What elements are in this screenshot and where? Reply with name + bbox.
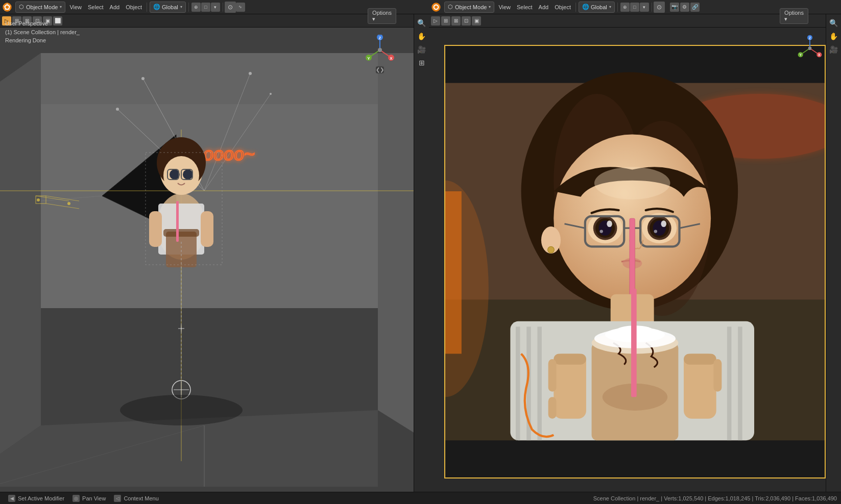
perspective-label: User Perspective (5, 19, 80, 28)
statusbar-right-label: Scene Collection | render_ | Verts:1,025… (593, 495, 837, 501)
svg-text:oooo~: oooo~ (203, 143, 256, 164)
right-viewport[interactable]: ▷ ⊞ ⊠ ⊡ ▣ Z X Y (429, 14, 841, 494)
add-menu-right[interactable]: Add (536, 2, 552, 13)
svg-rect-126 (548, 397, 557, 418)
svg-point-69 (378, 48, 382, 52)
left-options-btn[interactable]: Options ▾ (368, 8, 396, 24)
scene-3d-area[interactable]: oooo~ oooo~ (0, 14, 414, 494)
svg-rect-44 (163, 229, 199, 237)
snap-dropdown-right[interactable]: ▾ (640, 3, 649, 12)
render-strip-icon-2[interactable]: ⊞ (441, 16, 450, 26)
select-menu-left[interactable]: Select (85, 2, 107, 13)
statusbar-right-info: Scene Collection | render_ | Verts:1,025… (593, 495, 837, 501)
render-strip-icon-3[interactable]: ⊠ (451, 16, 461, 26)
svg-point-26 (249, 72, 252, 75)
svg-rect-129 (713, 359, 722, 392)
separator-r3 (652, 3, 652, 12)
statusbar-icon-3: ◁ (114, 495, 121, 502)
right-nav-gizmo[interactable]: Z X Y (797, 35, 823, 71)
svg-rect-121 (727, 326, 731, 440)
object-menu-right[interactable]: Object (551, 2, 574, 13)
navigation-gizmo[interactable]: Z X Y ❮❯ (365, 35, 395, 65)
svg-point-98 (607, 220, 612, 227)
global-label: Global (162, 4, 178, 10)
svg-point-2 (6, 5, 9, 8)
separator-r1 (575, 3, 576, 12)
right-options-btn[interactable]: Options ▾ (780, 8, 808, 24)
snap-icon-r1[interactable]: ⊕ (620, 3, 630, 12)
statusbar-item-3[interactable]: ◁ Context Menu (110, 492, 162, 504)
separator-3 (223, 3, 223, 12)
svg-text:X: X (390, 56, 393, 61)
svg-text:Y: Y (367, 56, 370, 61)
transform-orientation[interactable]: 🌐 Global ▾ (150, 2, 186, 13)
svg-text:Y: Y (799, 54, 802, 57)
svg-rect-41 (149, 211, 162, 247)
move-icon[interactable]: ✋ (416, 30, 428, 42)
separator-r2 (617, 3, 618, 12)
snap-icon-1[interactable]: ⊕ (191, 3, 201, 12)
object-mode-dropdown[interactable]: ⬡ Object Mode ▾ (15, 2, 65, 13)
statusbar-item-2[interactable]: ◎ Pan View (68, 492, 110, 504)
render-svg: oooo~ oooo~ (445, 46, 825, 477)
svg-marker-14 (378, 53, 414, 436)
statusbar-icon-2: ◎ (73, 495, 80, 502)
right-vtoolbar: 🔍 ✋ 🎥 (826, 14, 841, 494)
grid-icon[interactable]: ⊞ (416, 57, 428, 69)
dropdown-arrow-right: ▾ (489, 5, 491, 9)
snap-dropdown[interactable]: ▾ (211, 3, 220, 12)
camera-icon[interactable]: 🎥 (416, 43, 428, 56)
render-strip-icon-5[interactable]: ▣ (472, 16, 481, 26)
orientation-arrow-right: ▾ (609, 5, 611, 9)
render-icon-3[interactable]: 🔗 (690, 3, 700, 12)
left-viewport[interactable]: ▷ ⊞ ⊠ ⊡ ▣ ⬜ (0, 14, 429, 494)
orientation-icon-right: 🌐 (582, 4, 589, 10)
render-strip-icon-1[interactable]: ▷ (431, 16, 440, 26)
transform-orientation-right[interactable]: 🌐 Global ▾ (579, 2, 615, 13)
scene-svg: oooo~ oooo~ (0, 28, 414, 494)
render-strip-icon-4[interactable]: ⊡ (462, 16, 471, 26)
proportional-edit[interactable]: ⊙ (225, 2, 236, 13)
orientation-icon: 🌐 (153, 4, 160, 10)
render-hand-icon[interactable]: ✋ (828, 30, 840, 42)
blender-logo[interactable] (2, 2, 13, 13)
render-icon-2[interactable]: ⚙ (680, 3, 689, 12)
snap-strip: ⊕ □ ▾ (191, 3, 220, 12)
object-mode-dropdown-right[interactable]: ⬡ Object Mode ▾ (444, 2, 494, 13)
search-icon[interactable]: 🔍 (416, 17, 428, 29)
snap-strip-right: ⊕ □ ▾ (620, 3, 649, 12)
proportional-edit-right[interactable]: ⊙ (654, 2, 665, 13)
svg-rect-43 (166, 232, 197, 267)
svg-rect-122 (738, 326, 742, 440)
blender-logo-right[interactable] (430, 2, 442, 13)
render-search-icon[interactable]: 🔍 (828, 17, 840, 29)
svg-text:❮❯: ❮❯ (376, 67, 384, 73)
dropdown-arrow: ▾ (60, 5, 62, 9)
statusbar-item-1[interactable]: ◀ Set Active Modifier (4, 492, 68, 504)
render-camera2-icon[interactable]: 🎥 (828, 43, 840, 56)
svg-rect-42 (201, 211, 213, 247)
svg-point-58 (120, 395, 243, 425)
svg-rect-45 (176, 201, 179, 242)
svg-marker-15 (41, 53, 378, 104)
object-menu-left[interactable]: Object (123, 2, 145, 13)
svg-rect-118 (516, 326, 520, 440)
global-label-right: Global (591, 4, 607, 10)
render-status-label: Rendering Done (5, 36, 80, 45)
view-menu[interactable]: View (66, 2, 85, 13)
svg-point-99 (600, 230, 603, 233)
viewport-labels: User Perspective (1) Scene Collection | … (5, 19, 80, 45)
snap-icon-2[interactable]: □ (201, 3, 210, 12)
svg-rect-128 (684, 354, 716, 364)
render-camera-icon[interactable]: 📷 (670, 3, 679, 12)
right-viewport-toolbar: ⬡ Object Mode ▾ View Select Add Object 🌐… (429, 0, 841, 14)
snap-icon-r2[interactable]: □ (630, 3, 639, 12)
object-mode-icon: ⬡ (19, 4, 24, 10)
view-menu-right[interactable]: View (495, 2, 514, 13)
select-menu-right[interactable]: Select (514, 2, 536, 13)
svg-point-25 (141, 77, 145, 80)
proportional-dropdown[interactable]: ∿ (236, 3, 245, 12)
svg-rect-120 (537, 326, 541, 440)
add-menu-left[interactable]: Add (107, 2, 123, 13)
svg-point-51 (67, 202, 70, 205)
